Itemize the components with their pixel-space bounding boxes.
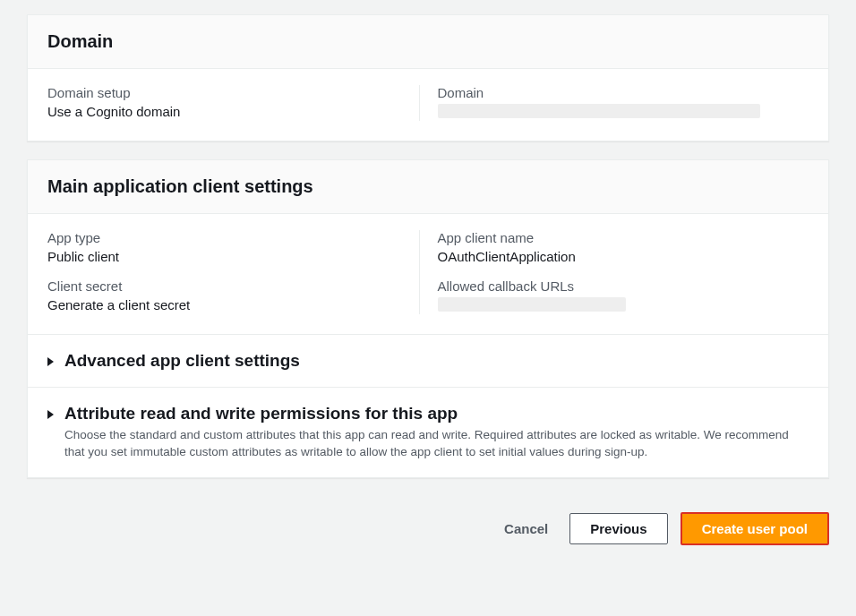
client-secret-field: Client secret Generate a client secret xyxy=(47,278,401,312)
attribute-permissions-description: Choose the standard and custom attribute… xyxy=(64,427,809,461)
callback-label: Allowed callback URLs xyxy=(438,278,792,294)
app-type-label: App type xyxy=(47,230,401,245)
callback-field: Allowed callback URLs xyxy=(438,278,792,314)
advanced-settings-title: Advanced app client settings xyxy=(64,351,300,371)
previous-button[interactable]: Previous xyxy=(569,513,667,544)
domain-panel-title: Domain xyxy=(47,31,809,52)
domain-left-col: Domain setup Use a Cognito domain xyxy=(47,85,419,121)
redacted-value xyxy=(438,104,760,118)
domain-name-value xyxy=(438,104,792,121)
app-type-value: Public client xyxy=(47,249,401,264)
domain-name-field: Domain xyxy=(438,85,792,121)
create-user-pool-button[interactable]: Create user pool xyxy=(681,512,829,545)
domain-right-col: Domain xyxy=(419,85,809,121)
domain-panel-body: Domain setup Use a Cognito domain Domain xyxy=(28,69,828,141)
attribute-permissions-title: Attribute read and write permissions for… xyxy=(64,404,458,424)
app-right-col: App client name OAuthClientApplication A… xyxy=(419,230,809,314)
attribute-permissions-section: Attribute read and write permissions for… xyxy=(28,387,828,477)
domain-setup-value: Use a Cognito domain xyxy=(47,104,401,119)
advanced-settings-section: Advanced app client settings xyxy=(28,334,828,387)
app-client-title: Main application client settings xyxy=(47,176,809,197)
domain-panel-header: Domain xyxy=(28,15,828,69)
redacted-value xyxy=(438,297,626,312)
attribute-permissions-toggle[interactable]: Attribute read and write permissions for… xyxy=(47,404,809,424)
app-left-col: App type Public client Client secret Gen… xyxy=(47,230,419,314)
wizard-footer: Cancel Previous Create user pool xyxy=(27,496,829,545)
domain-name-label: Domain xyxy=(438,85,792,100)
advanced-settings-toggle[interactable]: Advanced app client settings xyxy=(47,351,809,371)
client-name-value: OAuthClientApplication xyxy=(438,249,792,264)
caret-right-icon xyxy=(47,410,54,419)
caret-right-icon xyxy=(47,357,54,366)
domain-panel: Domain Domain setup Use a Cognito domain… xyxy=(27,14,829,141)
domain-setup-label: Domain setup xyxy=(47,85,401,100)
app-client-body: App type Public client Client secret Gen… xyxy=(28,214,828,334)
app-type-field: App type Public client xyxy=(47,230,401,264)
client-secret-value: Generate a client secret xyxy=(47,297,401,312)
domain-setup-field: Domain setup Use a Cognito domain xyxy=(47,85,401,119)
cancel-button[interactable]: Cancel xyxy=(495,514,557,543)
client-name-label: App client name xyxy=(438,230,792,245)
app-client-panel: Main application client settings App typ… xyxy=(27,159,829,478)
client-name-field: App client name OAuthClientApplication xyxy=(438,230,792,264)
app-client-header: Main application client settings xyxy=(28,160,828,214)
callback-value xyxy=(438,297,792,314)
client-secret-label: Client secret xyxy=(47,278,401,294)
